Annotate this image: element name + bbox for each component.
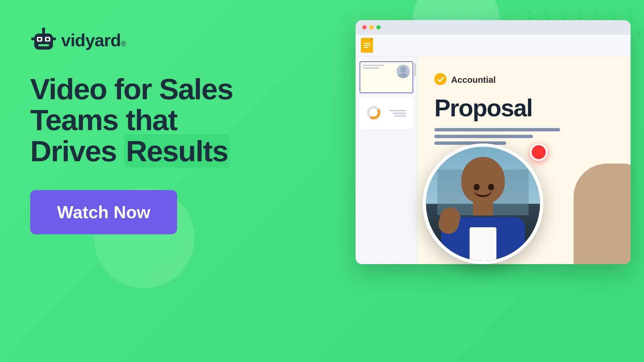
webcam-video (426, 147, 540, 261)
slides-icon-lines (364, 43, 370, 48)
slides-icon-line (364, 43, 370, 44)
slides-icon-corner (370, 38, 373, 41)
accountial-check-icon (434, 73, 446, 85)
google-slides-icon (361, 38, 373, 53)
record-indicator (530, 143, 547, 161)
slides-icon-line (364, 45, 370, 46)
check-badge (434, 73, 446, 86)
headline: Video for Sales Teams that Drives Result… (30, 74, 265, 167)
logo-area: vidyard® (30, 27, 265, 54)
thumb-line (394, 115, 406, 117)
svg-rect-27 (31, 38, 35, 40)
person-head (461, 157, 505, 204)
thumb-donut (367, 106, 381, 121)
browser-window-wrapper: Accountial Proposal (356, 20, 644, 264)
thumb-line (363, 67, 379, 69)
browser-dot-red (362, 25, 367, 29)
proposal-line-2 (434, 135, 533, 138)
svg-point-26 (42, 27, 45, 31)
headline-line1: Video for Sales (30, 74, 265, 105)
person-shirt (470, 227, 496, 261)
thumb-line (389, 110, 406, 111)
company-name: Accountial (451, 75, 496, 85)
person-smile (474, 189, 492, 197)
browser-dot-green (376, 25, 381, 29)
proposal-line-1 (434, 128, 560, 131)
svg-rect-24 (38, 44, 49, 46)
browser-dot-yellow (369, 25, 374, 29)
person-silhouette (574, 164, 631, 264)
proposal-line-3 (434, 141, 506, 145)
thumb-line (363, 65, 384, 66)
thumb-line (393, 113, 406, 114)
slide-thumbnail-2[interactable] (360, 97, 413, 129)
logo-registered: ® (121, 40, 126, 48)
headline-line2: Teams that (30, 105, 265, 135)
thumb-lines-2 (389, 110, 406, 117)
background: ⤵ ⤵ ⤵ ⤵ ⤵ ⤵ ⤵ ⤵ ⤵ ⤵ ⤵ ⤵ ⤵ ⤵ ⤵ ⤵ ⤵ ⤵ ⤵ (0, 0, 644, 362)
logo-text: vidyard (61, 30, 121, 50)
svg-rect-19 (34, 34, 53, 50)
svg-point-23 (46, 38, 49, 41)
watch-now-button[interactable]: Watch Now (30, 190, 177, 234)
headline-highlight: Results (124, 134, 230, 168)
person-face-container (426, 147, 540, 261)
scroll-indicator (414, 63, 416, 76)
headline-line3: Drives Results (30, 136, 265, 167)
slide-thumbnail-1[interactable] (360, 61, 413, 93)
slides-icon-line (364, 47, 368, 48)
thumb-avatar-1 (396, 65, 410, 78)
vidyard-logo-icon (30, 27, 57, 54)
slide-background-person (564, 113, 631, 264)
svg-point-33 (434, 73, 446, 85)
proposal-header: Accountial (434, 73, 614, 86)
slides-thumbnail-panel (356, 56, 418, 264)
left-content-area: vidyard® Video for Sales Teams that Driv… (30, 27, 265, 234)
webcam-overlay (423, 143, 543, 264)
svg-point-29 (400, 67, 406, 73)
person-neck (473, 199, 493, 216)
svg-point-30 (398, 73, 408, 78)
svg-point-22 (38, 38, 41, 41)
browser-titlebar (356, 20, 631, 35)
app-toolbar (356, 35, 631, 56)
svg-rect-28 (53, 38, 56, 40)
